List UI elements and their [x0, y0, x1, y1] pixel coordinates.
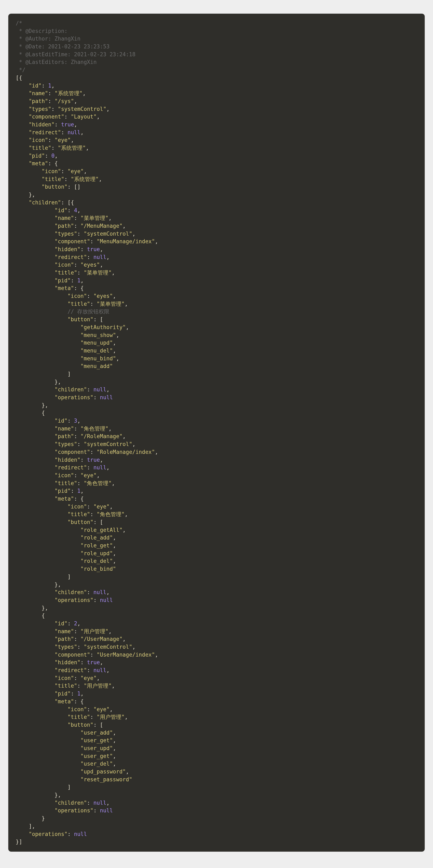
- code-block: /* * @Description: * @Author: ZhangXin *…: [8, 14, 425, 852]
